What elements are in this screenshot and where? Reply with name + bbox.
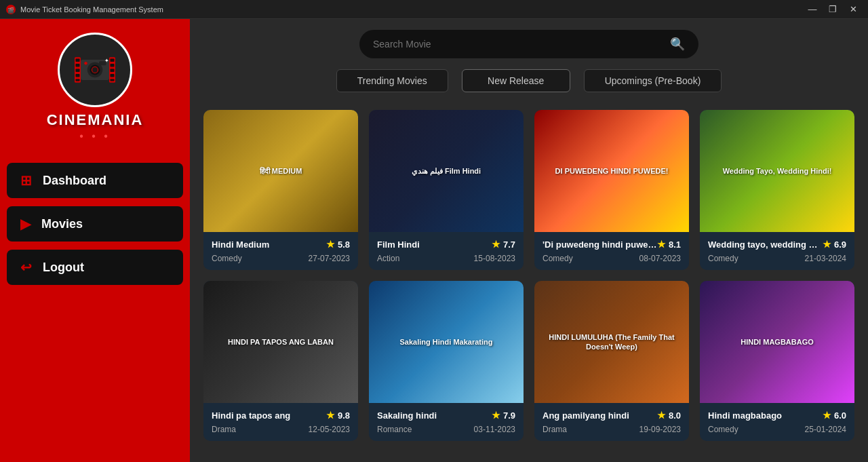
- svg-rect-13: [110, 79, 114, 81]
- movie-title: Ang pamilyang hindi: [542, 410, 657, 421]
- movie-card[interactable]: فيلم هندي Film Hindi Film Hindi ★ 7.7 Ac…: [369, 110, 524, 270]
- movie-title: 'Di puwedeng hindi puwede!: [542, 239, 657, 250]
- poster-text: Wedding Tayo, Wedding Hindi!: [717, 161, 837, 181]
- movie-date: 15-08-2023: [474, 254, 515, 263]
- movie-rating: ★ 6.9: [823, 239, 846, 250]
- movie-info: Hindi Medium ★ 5.8 Comedy 27-07-2023: [203, 232, 358, 270]
- movie-title: Sakaling hindi: [377, 410, 492, 421]
- movie-genre: Comedy: [542, 254, 573, 263]
- svg-rect-7: [75, 79, 79, 81]
- movie-genre: Drama: [212, 425, 236, 434]
- movie-info: Sakaling hindi ★ 7.9 Romance 03-11-2023: [369, 403, 524, 441]
- movie-genre: Drama: [542, 425, 567, 434]
- movie-rating: ★ 8.0: [657, 410, 681, 421]
- camera-icon: ✦: [75, 53, 115, 87]
- movies-icon: ▶: [20, 216, 31, 232]
- movie-info: Ang pamilyang hindi ★ 8.0 Drama 19-09-20…: [534, 403, 689, 441]
- movie-rating: ★ 5.8: [326, 239, 350, 250]
- movie-card[interactable]: Wedding Tayo, Wedding Hindi! Wedding tay…: [700, 110, 854, 270]
- movie-card[interactable]: HINDI MAGBABAGO Hindi magbabago ★ 6.0 Co…: [700, 281, 854, 441]
- movie-poster: فيلم هندي Film Hindi: [369, 110, 524, 232]
- movie-meta-row: Drama 19-09-2023: [542, 425, 681, 434]
- star-icon: ★: [657, 239, 666, 250]
- svg-point-19: [84, 62, 87, 65]
- movie-card[interactable]: हिंदी MEDIUM Hindi Medium ★ 5.8 Comedy 2…: [203, 110, 358, 270]
- movie-date: 03-11-2023: [474, 425, 515, 434]
- movie-date: 12-05-2023: [309, 425, 350, 434]
- poster-text: DI PUWEDENG HINDI PUWEDE!: [550, 161, 674, 181]
- dashboard-label: Dashboard: [43, 174, 106, 188]
- movie-date: 21-03-2024: [805, 254, 846, 263]
- movie-poster: हिंदी MEDIUM: [203, 110, 358, 232]
- movie-rating: ★ 9.8: [326, 410, 350, 421]
- logo-text: CINEMANIA: [47, 111, 144, 129]
- movie-title: Hindi pa tapos ang: [212, 410, 326, 421]
- poster-text: فيلم هندي Film Hindi: [406, 161, 486, 181]
- sidebar: ✦ CINEMANIA • • • ⊞ Dashboard ▶ Movies ↩…: [0, 19, 190, 462]
- svg-text:✦: ✦: [104, 58, 108, 64]
- movie-title-row: Film Hindi ★ 7.7: [377, 239, 515, 250]
- logo-inner: ✦: [75, 53, 115, 87]
- search-button[interactable]: 🔍: [670, 37, 685, 52]
- movie-title: Hindi Medium: [212, 239, 326, 250]
- sidebar-item-movies[interactable]: ▶ Movies: [7, 206, 183, 242]
- movie-title-row: 'Di puwedeng hindi puwede! ★ 8.1: [542, 239, 681, 250]
- minimize-button[interactable]: —: [803, 2, 822, 17]
- svg-rect-5: [75, 69, 79, 73]
- poster-text: HINDI MAGBABAGO: [735, 332, 819, 352]
- movie-title-row: Hindi magbabago ★ 6.0: [708, 410, 846, 421]
- movie-card[interactable]: DI PUWEDENG HINDI PUWEDE! 'Di puwedeng h…: [534, 110, 689, 270]
- svg-rect-11: [110, 69, 114, 73]
- tab-new-release[interactable]: New Release: [462, 69, 570, 92]
- movie-info: 'Di puwedeng hindi puwede! ★ 8.1 Comedy …: [534, 232, 689, 270]
- tab-upcomings[interactable]: Upcomings (Pre-Book): [584, 69, 722, 92]
- filter-tabs: Trending Movies New Release Upcomings (P…: [190, 69, 868, 103]
- close-button[interactable]: ✕: [844, 2, 863, 17]
- svg-rect-10: [110, 64, 114, 67]
- movie-title-row: Hindi Medium ★ 5.8: [212, 239, 350, 250]
- tab-trending[interactable]: Trending Movies: [336, 69, 448, 92]
- svg-rect-9: [110, 59, 114, 62]
- svg-rect-3: [75, 59, 79, 62]
- logout-icon: ↩: [20, 259, 32, 275]
- movie-meta-row: Romance 03-11-2023: [377, 425, 515, 434]
- movie-title-row: Sakaling hindi ★ 7.9: [377, 410, 515, 421]
- movie-meta-row: Comedy 27-07-2023: [212, 254, 350, 263]
- movie-title: Hindi magbabago: [708, 410, 823, 421]
- movie-card[interactable]: HINDI PA TAPOS ANG LABAN Hindi pa tapos …: [203, 281, 358, 441]
- star-icon: ★: [326, 239, 335, 250]
- movie-title-row: Wedding tayo, wedding hindi! ★ 6.9: [708, 239, 846, 250]
- movie-poster: Sakaling Hindi Makarating: [369, 281, 524, 403]
- movie-genre: Comedy: [708, 254, 738, 263]
- star-icon: ★: [492, 239, 500, 250]
- poster-text: हिंदी MEDIUM: [254, 161, 308, 181]
- movies-grid: हिंदी MEDIUM Hindi Medium ★ 5.8 Comedy 2…: [190, 103, 868, 462]
- movie-title: Film Hindi: [377, 239, 492, 250]
- movie-meta-row: Comedy 08-07-2023: [542, 254, 681, 263]
- star-icon: ★: [657, 410, 666, 421]
- title-bar-controls: — ❐ ✕: [803, 2, 863, 17]
- svg-rect-12: [110, 74, 114, 77]
- movie-rating: ★ 6.0: [823, 410, 846, 421]
- movie-genre: Romance: [377, 425, 412, 434]
- sidebar-item-dashboard[interactable]: ⊞ Dashboard: [7, 163, 183, 198]
- movie-genre: Comedy: [708, 425, 738, 434]
- logo-circle: ✦: [58, 33, 132, 107]
- sidebar-item-logout[interactable]: ↩ Logout: [7, 250, 183, 285]
- maximize-button[interactable]: ❐: [823, 2, 842, 17]
- movie-title-row: Ang pamilyang hindi ★ 8.0: [542, 410, 681, 421]
- movie-poster: DI PUWEDENG HINDI PUWEDE!: [534, 110, 689, 232]
- movie-card[interactable]: HINDI LUMULUHA (The Family That Doesn't …: [534, 281, 689, 441]
- poster-text: HINDI LUMULUHA (The Family That Doesn't …: [534, 327, 689, 358]
- poster-text: HINDI PA TAPOS ANG LABAN: [222, 332, 339, 352]
- movie-poster: HINDI MAGBABAGO: [700, 281, 854, 403]
- star-icon: ★: [326, 410, 335, 421]
- movie-poster: HINDI LUMULUHA (The Family That Doesn't …: [534, 281, 689, 403]
- search-input[interactable]: [373, 39, 663, 50]
- movie-meta-row: Comedy 25-01-2024: [708, 425, 846, 434]
- title-bar: 🎬 Movie Ticket Booking Management System…: [0, 0, 868, 19]
- title-bar-text: Movie Ticket Booking Management System: [20, 5, 803, 14]
- movie-card[interactable]: Sakaling Hindi Makarating Sakaling hindi…: [369, 281, 524, 441]
- movie-rating: ★ 8.1: [657, 239, 681, 250]
- main-content: 🔍 Trending Movies New Release Upcomings …: [190, 19, 868, 462]
